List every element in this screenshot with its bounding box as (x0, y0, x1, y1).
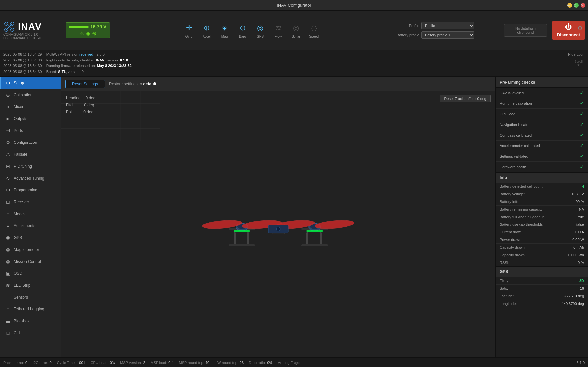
sidebar-item-tethered-logging[interactable]: ≡ Tethered Logging (0, 303, 61, 315)
sensor-item-mag[interactable]: ◈Mag (217, 21, 233, 40)
sidebar-item-sensors[interactable]: ≈ Sensors (0, 291, 61, 303)
sidebar-item-calibration[interactable]: ⊕ Calibration (0, 89, 61, 101)
sensor-icon-flow: ≋ (272, 22, 284, 34)
settings-gear-icon[interactable]: ⚙ (577, 24, 583, 32)
battery-profile-select[interactable]: Battery profile 1 Battery profile 2 (421, 31, 474, 39)
sidebar-item-setup[interactable]: ⚙ Setup (0, 77, 61, 89)
gps-label: Fix type: (500, 279, 514, 283)
hide-log-button[interactable]: Hide Log (568, 52, 583, 56)
sidebar-label-receiver: Receiver (14, 200, 29, 204)
info-row: Battery use cap thresholds false (496, 221, 588, 228)
pitch-label: Pitch: (66, 103, 76, 107)
sidebar-label-ports: Ports (14, 128, 23, 133)
sensor-item-gps[interactable]: ◎GPS (252, 21, 268, 40)
sensor-item-gyro[interactable]: ✛Gyro (181, 21, 197, 40)
sensor-item-baro[interactable]: ⊖Baro (235, 21, 250, 40)
info-value: NA (579, 207, 584, 211)
sensor-icon-mag: ◈ (219, 22, 231, 34)
svg-rect-31 (320, 232, 322, 246)
sidebar-item-pid-tuning[interactable]: ⊞ PID tuning (0, 160, 61, 172)
sidebar-icon-mixer: ≈ (5, 104, 11, 109)
check-label: Navigation is safe (500, 123, 528, 127)
sidebar-icon-ports: ⊣ (5, 128, 11, 133)
sidebar-item-advanced-tuning[interactable]: ∿ Advanced Tuning (0, 172, 61, 184)
svg-rect-32 (301, 244, 328, 246)
info-row: Current draw: 0.00 A (496, 228, 588, 236)
close-button[interactable]: ✕ (581, 3, 585, 8)
sidebar-item-programming[interactable]: ⚙ Programming (0, 184, 61, 196)
gps-row: Fix type: 3D (496, 277, 588, 285)
sidebar-item-modes[interactable]: ≡ Modes (0, 208, 61, 220)
drone-display (61, 91, 495, 357)
sidebar-label-tethered-logging: Tethered Logging (14, 307, 44, 311)
status-value: 0 (50, 361, 52, 365)
sidebar-item-magnetometer[interactable]: ◎ Magnetometer (0, 244, 61, 256)
check-row: CPU load ✓ (496, 109, 588, 119)
sensors-row: ✛Gyro⊕Accel◈Mag⊖Baro◎GPS≋Flow◎Sonar◌Spee… (113, 21, 390, 40)
sidebar-item-outputs[interactable]: ► Outputs (0, 113, 61, 125)
sidebar-item-failsafe[interactable]: ⚠ Failsafe (0, 148, 61, 160)
sidebar-item-adjustments[interactable]: ≡ Adjustments (0, 220, 61, 232)
info-label: Battery left: (500, 200, 518, 204)
profile-select[interactable]: Profile 1 Profile 2 Profile 3 (421, 22, 474, 29)
sensor-item-flow[interactable]: ≋Flow (270, 21, 286, 40)
right-panel: Pre-arming checks UAV is levelled ✓ Run-… (495, 77, 588, 357)
log-line: 2023-05-08 @ 13:54:30 -- Unique device I… (3, 75, 585, 77)
sidebar-icon-pid-tuning: ⊞ (5, 164, 11, 169)
sidebar-label-configuration: Configuration (14, 140, 37, 145)
sidebar-label-led-strip: LED Strip (14, 283, 30, 288)
status-value: 26 (240, 361, 244, 365)
sidebar-item-mission-control[interactable]: ◎ Mission Control (0, 256, 61, 267)
sidebar-item-blackbox[interactable]: ▬ Blackbox (0, 315, 61, 327)
sidebar-item-gps[interactable]: ◉ GPS (0, 232, 61, 244)
sensor-item-sonar[interactable]: ◎Sonar (288, 21, 304, 40)
title-bar: INAV Configurator – □ ✕ (0, 0, 588, 11)
reset-settings-button[interactable]: Reset Settings (65, 80, 105, 88)
gps-label: Latitude: (500, 294, 514, 298)
sensor-label-sonar: Sonar (292, 35, 300, 38)
sidebar-label-outputs: Outputs (14, 116, 27, 121)
svg-rect-25 (234, 230, 250, 232)
sidebar-item-osd[interactable]: ▣ OSD (0, 267, 61, 279)
pre-arming-header: Pre-arming checks (496, 77, 588, 88)
log-line: 2023-05-08 @ 13:54:29 -- MultiWii API ve… (3, 52, 585, 58)
sidebar-item-mixer[interactable]: ≈ Mixer (0, 101, 61, 113)
check-row: Compass calibrated ✓ (496, 130, 588, 141)
gps-section: GPS Fix type: 3D Sats: 16 Latitude: 35.7… (496, 266, 588, 307)
logo-area: INAV CONFIGURATOR 6.1.0 FC FIRMWARE 6.1.… (3, 21, 56, 40)
content-area: Reset Settings Restore settings to defau… (61, 77, 495, 357)
battery-voltage: 16.79 V (90, 24, 106, 29)
check-label: Compass calibrated (500, 133, 532, 137)
info-row: Battery remaining capacity NA (496, 206, 588, 213)
maximize-button[interactable]: □ (574, 3, 579, 8)
gps-value: 16 (580, 286, 584, 290)
log-line: 2023-05-08 @ 13:54:30 -- Flight controll… (3, 58, 585, 63)
minimize-button[interactable]: – (567, 3, 572, 8)
sidebar-item-receiver[interactable]: ⊡ Receiver (0, 196, 61, 208)
check-label: CPU load (500, 112, 515, 116)
pre-arming-checks: UAV is levelled ✓ Run-time calibration ✓… (496, 88, 588, 172)
gps-label: Longitude: (500, 302, 517, 306)
sensor-item-speed[interactable]: ◌Speed (306, 21, 322, 40)
disconnect-icon: ⏻ (565, 23, 572, 31)
reset-z-axis-button[interactable]: Reset Z axis, offset: 0 deg (440, 95, 491, 102)
sidebar-item-ports[interactable]: ⊣ Ports (0, 125, 61, 137)
status-drop-ratio-: Drop ratio: 0% (249, 361, 272, 365)
check-status: ✓ (580, 153, 584, 159)
info-value: 4 (582, 184, 584, 188)
info-value: false (576, 223, 584, 226)
sidebar-icon-setup: ⚙ (5, 80, 11, 86)
info-label: Battery full when plugged in (500, 215, 544, 219)
status-value: 0 (25, 361, 27, 365)
sidebar-label-blackbox: Blackbox (14, 319, 30, 323)
sidebar-item-configuration[interactable]: ⚙ Configuration (0, 137, 61, 148)
sidebar-item-led-strip[interactable]: ≋ LED Strip (0, 279, 61, 291)
status-value: 0% (110, 361, 115, 365)
battery-profile-label: Battery profile (393, 33, 419, 37)
info-row: Battery detected cell count: 4 (496, 183, 588, 190)
log-line: 2023-05-08 @ 13:54:30 -- Running firmwar… (3, 63, 585, 69)
sensor-item-accel[interactable]: ⊕Accel (199, 21, 215, 40)
sidebar-item-cli[interactable]: □ CLI (0, 327, 61, 339)
sensor-icon-accel: ⊕ (201, 22, 213, 34)
roll-label: Roll: (66, 110, 74, 114)
